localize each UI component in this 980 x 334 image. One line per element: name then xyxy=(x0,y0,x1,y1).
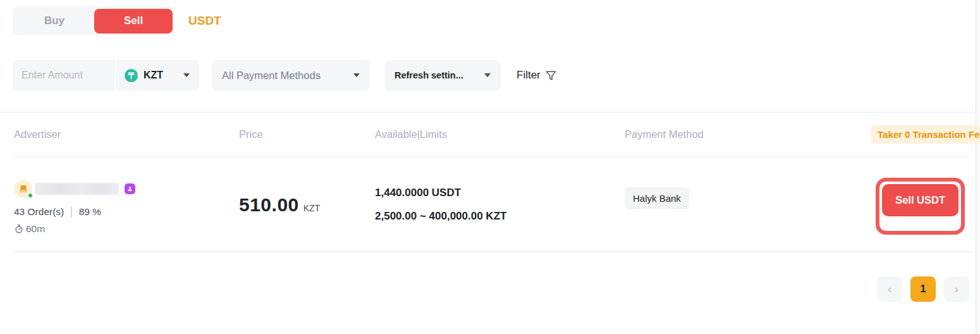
available-amount: 1,440.0000 USDT xyxy=(375,187,625,199)
payment-methods-dropdown-label: All Payment Methods xyxy=(222,70,353,82)
chevron-down-icon xyxy=(183,73,190,77)
col-header-available-limits: Available|Limits xyxy=(375,128,625,140)
available-limits-cell: 1,440.0000 USDT 2,500.00 ~ 400,000.00 KZ… xyxy=(375,180,625,235)
col-header-price: Price xyxy=(239,128,375,140)
filter-row: KZT All Payment Methods Refresh settin..… xyxy=(13,60,980,90)
completion-rate: 89 % xyxy=(79,206,101,218)
filter-button[interactable]: Filter xyxy=(517,69,557,82)
price-currency: KZT xyxy=(303,203,320,213)
filter-button-label: Filter xyxy=(517,69,541,82)
row-divider xyxy=(14,251,971,252)
buy-tab[interactable]: Buy xyxy=(15,15,94,27)
advertiser-cell: 43 Order(s) 89 % 60m xyxy=(14,180,239,235)
tab-usdt[interactable]: USDT xyxy=(188,14,221,28)
table-header-row: Advertiser Price Available|Limits Paymen… xyxy=(0,113,976,156)
payment-method-cell: Halyk Bank xyxy=(625,180,871,235)
taker-fee-badge: Taker 0 Transaction Fees xyxy=(871,125,980,144)
payment-time-limit: 60m xyxy=(26,223,45,235)
funnel-icon xyxy=(545,70,557,82)
p2p-trading-page: Buy Sell USDT KZT All Payment Methods Re… xyxy=(0,0,980,334)
advertiser-name-redacted[interactable] xyxy=(35,183,119,195)
pagination-page-1[interactable]: 1 xyxy=(910,276,936,302)
verified-merchant-icon xyxy=(125,183,135,194)
pagination-prev-button[interactable]: ‹ xyxy=(877,276,902,302)
advertiser-avatar[interactable] xyxy=(14,180,32,198)
pagination-next-button[interactable]: › xyxy=(944,276,969,302)
fiat-currency-label: KZT xyxy=(144,70,178,81)
price-cell: 510.00 KZT xyxy=(239,180,375,235)
chevron-down-icon xyxy=(484,73,491,77)
action-highlight-ring: Sell USDT xyxy=(876,178,965,235)
sell-usdt-button[interactable]: Sell USDT xyxy=(882,184,959,216)
order-count: 43 Order(s) xyxy=(14,206,64,218)
table-row: 43 Order(s) 89 % 60m 510.00 KZT 1,440.00… xyxy=(0,157,976,235)
tenge-coin-icon xyxy=(125,69,138,82)
amount-filter-group: KZT xyxy=(13,60,199,90)
fiat-currency-select[interactable]: KZT xyxy=(115,60,199,90)
stat-divider xyxy=(71,207,72,218)
price-value: 510.00 xyxy=(239,194,299,216)
buy-sell-toggle: Buy Sell xyxy=(13,6,175,35)
payment-methods-dropdown[interactable]: All Payment Methods xyxy=(212,60,370,90)
amount-input[interactable] xyxy=(13,60,115,90)
stopwatch-icon xyxy=(14,224,24,234)
col-header-payment-method: Payment Method xyxy=(625,128,871,140)
avatar-robot-icon xyxy=(18,184,28,194)
payment-method-chip: Halyk Bank xyxy=(625,187,689,209)
scrollbar-track[interactable] xyxy=(976,0,980,334)
action-cell: Sell USDT xyxy=(871,180,966,235)
sell-tab[interactable]: Sell xyxy=(94,9,173,34)
pagination: ‹ 1 › xyxy=(877,276,969,302)
online-status-dot xyxy=(28,193,33,198)
chevron-down-icon xyxy=(353,73,360,77)
trade-side-row: Buy Sell USDT xyxy=(0,0,980,35)
order-limits: 2,500.00 ~ 400,000.00 KZT xyxy=(375,210,625,223)
refresh-settings-dropdown-label: Refresh settin... xyxy=(395,70,484,80)
refresh-settings-dropdown[interactable]: Refresh settin... xyxy=(384,60,501,90)
col-header-advertiser: Advertiser xyxy=(14,128,239,140)
